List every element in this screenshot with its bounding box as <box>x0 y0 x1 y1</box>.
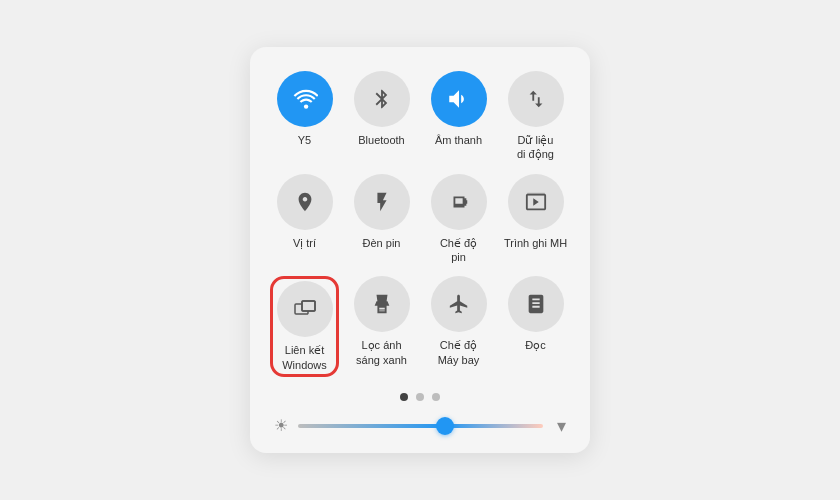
tile-bluetooth-label: Bluetooth <box>358 133 404 147</box>
battery-icon <box>431 174 487 230</box>
bluetooth-icon <box>354 71 410 127</box>
wifi-icon <box>277 71 333 127</box>
quick-settings-panel: Y5 Bluetooth Âm thanh <box>250 47 590 453</box>
tile-read-label: Đọc <box>525 338 545 352</box>
svg-rect-3 <box>302 301 315 311</box>
location-icon <box>277 174 333 230</box>
brightness-row: ☀ ▾ <box>270 415 570 437</box>
tile-wifi[interactable]: Y5 <box>270 71 339 162</box>
blue-filter-icon <box>354 276 410 332</box>
tile-flashlight-label: Đèn pin <box>363 236 401 250</box>
tile-blue-filter[interactable]: Lọc ánhsáng xanh <box>347 276 416 377</box>
tile-battery-label: Chế độpin <box>440 236 477 265</box>
tile-screen-record-label: Trình ghi MH <box>504 236 567 250</box>
read-icon <box>508 276 564 332</box>
brightness-thumb[interactable] <box>436 417 454 435</box>
tile-sound[interactable]: Âm thanh <box>424 71 493 162</box>
tile-blue-filter-label: Lọc ánhsáng xanh <box>356 338 407 367</box>
flashlight-icon <box>354 174 410 230</box>
link-windows-icon <box>277 281 333 337</box>
screen-record-icon <box>508 174 564 230</box>
expand-icon[interactable]: ▾ <box>557 415 566 437</box>
tile-link-windows-label: Liên kếtWindows <box>282 343 327 372</box>
dot-3[interactable] <box>432 393 440 401</box>
tile-data[interactable]: Dữ liệudi động <box>501 71 570 162</box>
tile-wifi-label: Y5 <box>298 133 311 147</box>
tiles-grid: Y5 Bluetooth Âm thanh <box>270 71 570 377</box>
brightness-low-icon: ☀ <box>274 416 288 435</box>
tile-location-label: Vị trí <box>293 236 316 250</box>
tile-link-windows[interactable]: Liên kếtWindows <box>270 276 339 377</box>
dot-1[interactable] <box>400 393 408 401</box>
tile-sound-label: Âm thanh <box>435 133 482 147</box>
tile-read[interactable]: Đọc <box>501 276 570 377</box>
dot-2[interactable] <box>416 393 424 401</box>
tile-location[interactable]: Vị trí <box>270 174 339 265</box>
data-icon <box>508 71 564 127</box>
sound-icon <box>431 71 487 127</box>
svg-point-0 <box>303 105 307 109</box>
tile-flashlight[interactable]: Đèn pin <box>347 174 416 265</box>
airplane-icon <box>431 276 487 332</box>
tile-airplane[interactable]: Chế độMáy bay <box>424 276 493 377</box>
tile-airplane-label: Chế độMáy bay <box>438 338 480 367</box>
svg-rect-1 <box>526 193 544 196</box>
page-dots <box>270 393 570 401</box>
tile-data-label: Dữ liệudi động <box>517 133 554 162</box>
tile-bluetooth[interactable]: Bluetooth <box>347 71 416 162</box>
tile-battery[interactable]: Chế độpin <box>424 174 493 265</box>
brightness-slider[interactable] <box>298 424 543 428</box>
tile-screen-record[interactable]: Trình ghi MH <box>501 174 570 265</box>
